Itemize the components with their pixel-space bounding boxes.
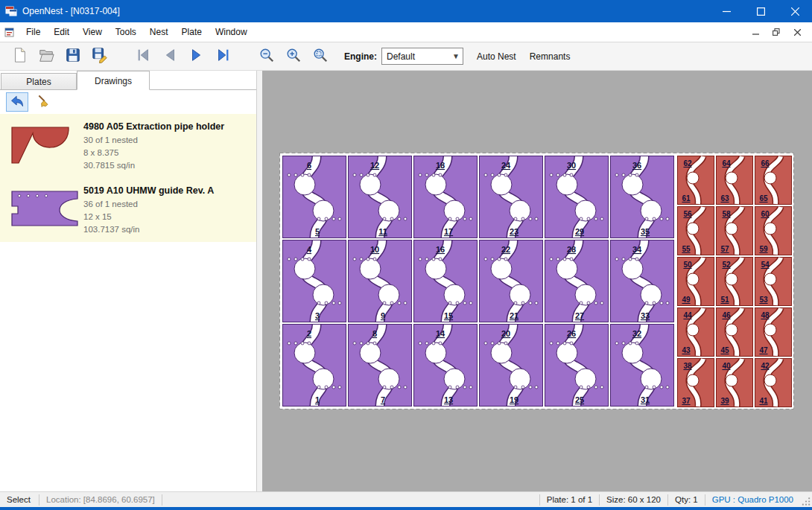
- red-part-pair[interactable]: 5857: [717, 207, 753, 255]
- red-part-pair[interactable]: 4847: [755, 308, 792, 357]
- part-number-label: 60: [761, 210, 770, 218]
- title-bar: OpenNest - [N0317-004]: [0, 0, 812, 22]
- bolt-hole: [587, 302, 590, 305]
- red-part-pair[interactable]: 4443: [678, 308, 714, 357]
- mdi-close-icon[interactable]: [788, 25, 806, 39]
- bolt-hole: [288, 258, 291, 261]
- part-number-label: 35: [641, 227, 650, 236]
- tab-drawings[interactable]: Drawings: [77, 71, 150, 90]
- part-number-label: 33: [641, 311, 650, 320]
- mdi-restore-icon[interactable]: [767, 25, 785, 39]
- purple-part-pair[interactable]: 3433: [611, 240, 674, 322]
- new-button[interactable]: [6, 45, 33, 68]
- menu-nest[interactable]: Nest: [143, 22, 175, 42]
- nest-drawing[interactable]: 6512111817242330293635431091615222128273…: [262, 71, 812, 491]
- menu-plate[interactable]: Plate: [175, 22, 209, 42]
- bolt-hole: [317, 386, 320, 389]
- red-part-pair[interactable]: 6463: [717, 156, 753, 205]
- purple-part-pair[interactable]: 65: [283, 156, 346, 238]
- part-list-item-extraction-pipe-holder[interactable]: 4980 A05 Extraction pipe holder 30 of 1 …: [0, 114, 256, 178]
- bolt-hole: [294, 342, 297, 345]
- part-number-label: 39: [720, 397, 729, 405]
- save-as-button[interactable]: [86, 45, 113, 68]
- bolt-hole: [666, 386, 669, 389]
- purple-part-pair[interactable]: 1615: [414, 240, 478, 322]
- red-part-pair[interactable]: 5251: [717, 258, 753, 306]
- purple-part-pair[interactable]: 2827: [545, 240, 609, 322]
- nest-canvas[interactable]: 6512111817242330293635431091615222128273…: [262, 71, 812, 491]
- clean-drawings-button[interactable]: [33, 92, 55, 112]
- zoom-fit-button[interactable]: [307, 45, 334, 68]
- purple-part-pair[interactable]: 3029: [545, 156, 609, 238]
- minimize-icon[interactable]: [709, 0, 743, 22]
- purple-part-pair[interactable]: 87: [349, 325, 412, 407]
- red-part-pair[interactable]: 3837: [678, 359, 714, 407]
- red-part-pair[interactable]: 5453: [755, 258, 792, 306]
- engine-select[interactable]: Default ▼: [381, 48, 463, 65]
- panel-splitter[interactable]: [257, 71, 262, 491]
- parts-list: 4980 A05 Extraction pipe holder 30 of 1 …: [0, 114, 256, 242]
- nav-first-button[interactable]: [130, 45, 156, 68]
- purple-part-pair[interactable]: 43: [283, 240, 346, 322]
- red-part-pair[interactable]: 6261: [678, 156, 714, 205]
- purple-part-pair[interactable]: 2221: [480, 240, 543, 322]
- remnants-button[interactable]: Remnants: [530, 51, 571, 62]
- part-thumbnail-red: [6, 118, 83, 172]
- bolt-hole: [622, 173, 625, 176]
- red-part-pair[interactable]: 5655: [678, 207, 714, 255]
- close-icon[interactable]: [778, 0, 812, 22]
- mdi-minimize-icon[interactable]: [746, 25, 764, 39]
- zoom-in-button[interactable]: [280, 45, 307, 68]
- menu-file[interactable]: File: [19, 22, 47, 42]
- purple-part-pair[interactable]: 1817: [414, 156, 478, 238]
- part-number-label: 63: [720, 194, 729, 203]
- tab-plates[interactable]: Plates: [1, 73, 77, 89]
- red-part-pair[interactable]: 5049: [678, 258, 714, 306]
- bolt-hole: [332, 302, 335, 305]
- import-drawing-button[interactable]: [6, 92, 28, 112]
- purple-part-pair[interactable]: 3635: [611, 156, 674, 238]
- bolt-hole: [535, 217, 538, 220]
- purple-part-pair[interactable]: 2423: [480, 156, 543, 238]
- purple-part-pair[interactable]: 1413: [414, 325, 478, 407]
- red-part-pair[interactable]: 6665: [755, 156, 792, 205]
- red-part-pair[interactable]: 6059: [755, 207, 792, 255]
- purple-part-pair[interactable]: 2625: [545, 325, 609, 407]
- bolt-hole: [615, 173, 618, 176]
- purple-part-pair[interactable]: 1211: [349, 156, 412, 238]
- auto-nest-button[interactable]: Auto Nest: [477, 51, 516, 62]
- red-part-pair[interactable]: 4039: [717, 359, 753, 407]
- red-part-pair[interactable]: 4645: [717, 308, 753, 357]
- nav-next-button[interactable]: [183, 45, 210, 68]
- zoom-out-button[interactable]: [253, 45, 280, 68]
- red-part-pair[interactable]: 4241: [755, 359, 792, 407]
- purple-part-pair[interactable]: 109: [349, 240, 412, 322]
- bolt-hole: [398, 386, 401, 389]
- menu-edit[interactable]: Edit: [47, 22, 76, 42]
- bolt-hole: [580, 302, 583, 305]
- menu-tools[interactable]: Tools: [109, 22, 143, 42]
- bolt-hole: [629, 342, 632, 345]
- part-number-label: 58: [722, 210, 731, 218]
- menu-view[interactable]: View: [76, 22, 109, 42]
- bolt-hole: [556, 342, 559, 345]
- purple-part-pair[interactable]: 21: [283, 325, 346, 407]
- bolt-hole: [653, 302, 656, 305]
- resize-grip-icon[interactable]: [800, 492, 812, 508]
- purple-part-pair[interactable]: 3231: [611, 325, 674, 407]
- part-number-label: 8: [372, 329, 377, 338]
- part-area: 30.7815 sq/in: [83, 159, 224, 172]
- nav-last-button[interactable]: [210, 45, 237, 68]
- purple-part-pair[interactable]: 2019: [480, 325, 543, 407]
- bolt-hole: [373, 173, 376, 176]
- nav-prev-button[interactable]: [156, 45, 183, 68]
- bolt-hole: [556, 173, 559, 176]
- menu-window[interactable]: Window: [209, 22, 254, 42]
- maximize-icon[interactable]: [743, 0, 778, 22]
- save-button[interactable]: [60, 45, 86, 68]
- part-number-label: 17: [444, 227, 453, 236]
- bolt-hole: [498, 173, 501, 176]
- part-list-item-uhmw-guide[interactable]: 5019 A10 UHMW guide Rev. A 36 of 1 neste…: [0, 178, 256, 242]
- parts-panel: Plates Drawings: [0, 71, 257, 491]
- open-button[interactable]: [33, 45, 60, 68]
